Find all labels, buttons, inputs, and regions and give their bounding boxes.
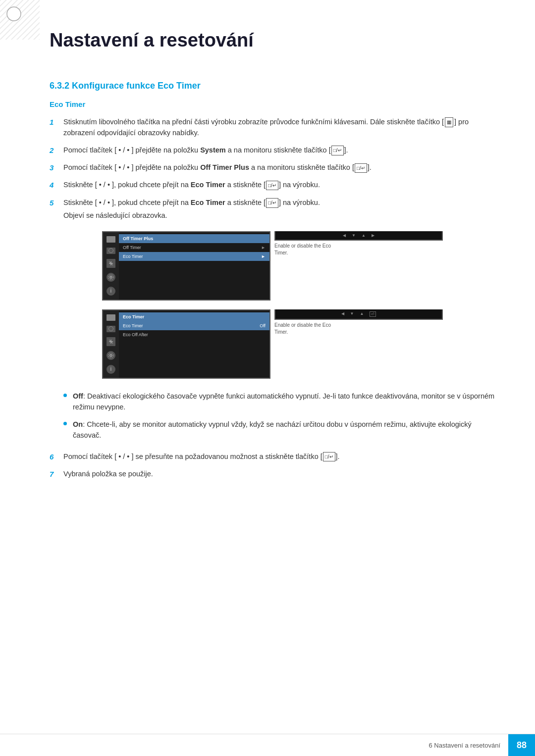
- menu-item-eco-off-after: Eco Off After: [119, 330, 269, 339]
- subsection-label: Eco Timer: [50, 100, 495, 108]
- main-content: Nastavení a resetování 6.3.2 Konfigurace…: [0, 0, 535, 519]
- sidebar-icon-gear: [107, 273, 115, 282]
- sidebar-icon-monitor-2: [107, 314, 115, 321]
- step-text-3: Pomocí tlačítek [ • / • ] přejděte na po…: [63, 162, 495, 173]
- bullet-text-off: Off: Deaktivací ekologického časovače vy…: [73, 391, 495, 413]
- step-num-4: 4: [50, 179, 63, 191]
- sidebar-icon-settings-2: [107, 326, 115, 332]
- svg-point-2: [7, 7, 21, 21]
- screenshot-1: i Off Timer Plus Off Timer► Eco Timer►: [102, 231, 443, 301]
- step-num-1: 1: [50, 116, 63, 128]
- page-title: Nastavení a resetování: [50, 30, 495, 56]
- nav-bar-1: ◀ ▼ ▲ ▶: [274, 231, 443, 241]
- sidebar-icon-settings: [107, 248, 115, 254]
- bullet-on: On: Chcete-li, aby se monitor automatick…: [63, 419, 495, 441]
- svg-point-7: [108, 275, 113, 280]
- step-1: 1 Stisknutím libovolného tlačítka na pře…: [50, 116, 495, 139]
- menu-spacer-2: [119, 339, 269, 369]
- caption-2: Enable or disable the Eco Timer.: [274, 320, 344, 336]
- step-5: 5 Stiskněte [ • / • ], pokud chcete přej…: [50, 197, 495, 221]
- bullet-list: Off: Deaktivací ekologického časovače vy…: [63, 391, 495, 441]
- page-number-badge: 88: [508, 734, 535, 756]
- step-text-4: Stiskněte [ • / • ], pokud chcete přejít…: [63, 179, 495, 190]
- menu-item-eco-timer-val: Eco TimerOff: [119, 321, 269, 330]
- step-num-6: 6: [50, 451, 63, 462]
- step-6: 6 Pomocí tlačítek [ • / • ] se přesuňte …: [50, 451, 495, 462]
- step-4: 4 Stiskněte [ • / • ], pokud chcete přej…: [50, 179, 495, 191]
- svg-point-6: [110, 276, 112, 278]
- step-num-2: 2: [50, 145, 63, 156]
- sidebar-icon-info: i: [107, 287, 115, 296]
- menu-title-1: Off Timer Plus: [119, 234, 269, 243]
- step-2: 2 Pomocí tlačítek [ • / • ] přejděte na …: [50, 145, 495, 156]
- corner-decoration: [0, 0, 40, 40]
- step-text-6: Pomocí tlačítek [ • / • ] se přesuňte na…: [63, 451, 495, 462]
- bullet-dot-on: [63, 422, 67, 425]
- sidebar-icon-gear-2: [107, 351, 115, 360]
- svg-point-12: [108, 353, 113, 358]
- screenshot-2: i Eco Timer Eco TimerOff Eco Off After: [102, 309, 443, 379]
- steps-end-list: 6 Pomocí tlačítek [ • / • ] se přesuňte …: [50, 451, 495, 480]
- bullet-dot-off: [63, 394, 67, 397]
- screenshots-container: i Off Timer Plus Off Timer► Eco Timer►: [50, 231, 495, 379]
- sidebar-icon-monitor: [107, 236, 115, 243]
- menu-spacer-1: [119, 261, 269, 291]
- page-footer: 6 Nastavení a resetování 88: [428, 734, 535, 756]
- steps-list: 1 Stisknutím libovolného tlačítka na pře…: [50, 116, 495, 221]
- caption-1: Enable or disable the Eco Timer.: [274, 241, 344, 256]
- footer-text: 6 Nastavení a resetování: [428, 742, 508, 749]
- step-text-2: Pomocí tlačítek [ • / • ] přejděte na po…: [63, 145, 495, 155]
- step-num-3: 3: [50, 162, 63, 173]
- sidebar-icon-cross: [107, 259, 115, 268]
- menu-title-2: Eco Timer: [119, 312, 269, 321]
- bullet-off: Off: Deaktivací ekologického časovače vy…: [63, 391, 495, 413]
- step-7: 7 Vybraná položka se použije.: [50, 468, 495, 480]
- sidebar-icon-cross-2: [107, 337, 115, 346]
- step-3: 3 Pomocí tlačítek [ • / • ] přejděte na …: [50, 162, 495, 173]
- step-num-5: 5: [50, 197, 63, 208]
- sidebar-icon-info-2: i: [107, 365, 115, 374]
- section-heading: 6.3.2 Konfigurace funkce Eco Timer: [50, 81, 495, 91]
- menu-item-off-timer: Off Timer►: [119, 243, 269, 252]
- nav-bar-2: ◀ ▼ ▲ ⏎: [274, 309, 443, 320]
- step-text-5: Stiskněte [ • / • ], pokud chcete přejít…: [63, 197, 495, 221]
- step-text-1: Stisknutím libovolného tlačítka na předn…: [63, 116, 495, 139]
- step-text-7: Vybraná položka se použije.: [63, 468, 495, 479]
- svg-point-11: [110, 354, 112, 356]
- svg-rect-1: [0, 0, 40, 40]
- bullet-text-on: On: Chcete-li, aby se monitor automatick…: [73, 419, 495, 441]
- step-num-7: 7: [50, 468, 63, 480]
- menu-item-eco-timer-1: Eco Timer►: [119, 252, 269, 261]
